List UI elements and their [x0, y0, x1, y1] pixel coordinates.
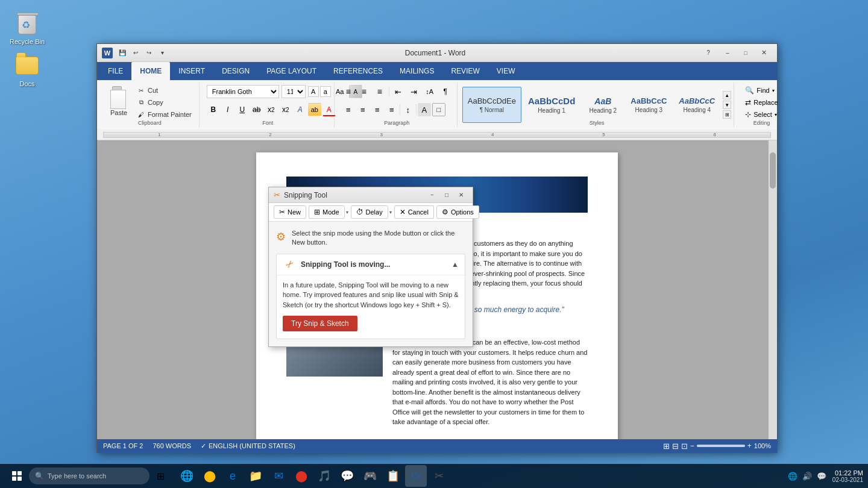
view-mode-icon1[interactable]: ⊞ — [663, 442, 670, 451]
docs-folder-icon[interactable]: Docs — [6, 51, 48, 90]
cut-button[interactable]: ✂ Cut — [134, 85, 194, 96]
highlight-button[interactable]: ab — [308, 103, 321, 116]
tab-mailings[interactable]: MAILINGS — [391, 62, 442, 80]
zoom-slider-track[interactable] — [697, 445, 745, 447]
view-mode-icon2[interactable]: ⊟ — [672, 442, 679, 451]
taskview-button[interactable]: ⊞ — [149, 465, 171, 487]
decrease-indent-button[interactable]: ⇤ — [392, 85, 405, 98]
volume-icon[interactable]: 🔊 — [802, 472, 812, 481]
increase-font-button[interactable]: A — [308, 86, 319, 97]
delay-dropdown-arrow[interactable]: ▾ — [389, 210, 392, 215]
save-button[interactable]: 💾 — [118, 48, 127, 58]
bold-button[interactable]: B — [207, 103, 220, 116]
styles-scroll-down[interactable]: ▼ — [723, 101, 731, 109]
shading-button[interactable]: A — [418, 103, 431, 116]
action-center-icon[interactable]: 💬 — [817, 472, 826, 481]
style-heading2[interactable]: AaB Heading 2 — [582, 87, 624, 123]
style-normal[interactable]: AaBbCcDdEe ¶ Normal — [462, 87, 521, 123]
tab-page-layout[interactable]: PAGE LAYOUT — [258, 62, 325, 80]
taskbar-scissors-icon[interactable]: ✂ — [428, 465, 450, 487]
redo-button[interactable]: ↪ — [144, 48, 154, 58]
style-heading4[interactable]: AaBbCcC Heading 4 — [673, 87, 720, 123]
style-heading3[interactable]: AaBbCcC Heading 3 — [625, 87, 672, 123]
taskbar-red-icon[interactable]: ⬤ — [291, 465, 312, 487]
snipping-new-button[interactable]: ✂ New — [274, 205, 306, 219]
underline-button[interactable]: U — [236, 103, 249, 116]
font-color-button[interactable]: A — [322, 103, 336, 116]
tab-design[interactable]: DESIGN — [213, 62, 258, 80]
multilevel-list-button[interactable]: ≡ — [373, 85, 386, 98]
close-button[interactable]: ✕ — [755, 46, 772, 60]
sort-button[interactable]: ↕A — [423, 85, 436, 98]
taskbar-chrome-icon[interactable]: ⬤ — [199, 465, 221, 487]
taskbar-edge-icon[interactable]: 🌐 — [176, 465, 198, 487]
vertical-scrollbar[interactable] — [769, 140, 777, 439]
zoom-in-button[interactable]: + — [747, 442, 752, 450]
tab-references[interactable]: REFERENCES — [325, 62, 391, 80]
taskbar-music-icon[interactable]: 🎵 — [313, 465, 335, 487]
snipping-options-button[interactable]: ⚙ Options — [436, 205, 479, 219]
style-heading1[interactable]: AaBbCcDd Heading 1 — [523, 87, 580, 123]
subscript-button[interactable]: x2 — [265, 103, 278, 116]
taskbar-mail-icon[interactable]: ✉ — [268, 465, 289, 487]
tab-file[interactable]: FILE — [99, 62, 131, 80]
try-snip-sketch-button[interactable]: Try Snip & Sketch — [283, 316, 357, 331]
font-size-select[interactable]: 11 — [281, 85, 306, 98]
zoom-out-button[interactable]: − — [690, 442, 694, 450]
tab-review[interactable]: REVIEW — [442, 62, 488, 80]
tab-view[interactable]: VIEW — [488, 62, 524, 80]
tab-home[interactable]: HOME — [131, 62, 170, 80]
increase-indent-button[interactable]: ⇥ — [407, 85, 421, 98]
undo-button[interactable]: ↩ — [131, 48, 140, 58]
styles-scroll-up[interactable]: ▲ — [723, 91, 731, 99]
numbering-button[interactable]: ≡ — [357, 85, 371, 98]
justify-button[interactable]: ≡ — [385, 103, 398, 116]
taskbar-game-icon[interactable]: 🎮 — [359, 465, 381, 487]
superscript-button[interactable]: x2 — [279, 103, 292, 116]
taskbar-edge2-icon[interactable]: e — [222, 465, 244, 487]
styles-expand[interactable]: ⊞ — [723, 110, 731, 119]
font-name-select[interactable]: Franklin Goth — [207, 85, 279, 98]
copy-button[interactable]: ⧉ Copy — [134, 97, 194, 108]
network-icon[interactable]: 🌐 — [788, 472, 797, 481]
show-formatting-button[interactable]: ¶ — [439, 85, 452, 98]
minimize-button[interactable]: − — [719, 46, 736, 60]
customize-qa-button[interactable]: ▾ — [157, 48, 167, 58]
taskbar-search[interactable]: 🔍 Type here to search — [29, 468, 149, 484]
snipping-close-button[interactable]: ✕ — [454, 190, 468, 200]
decrease-font-button[interactable]: a — [320, 86, 331, 97]
taskbar-explorer-icon[interactable]: 📁 — [245, 465, 266, 487]
paste-button[interactable]: Paste — [105, 85, 132, 117]
strikethrough-button[interactable]: ab — [250, 103, 263, 116]
select-button[interactable]: ⊹ Select ▾ — [741, 109, 781, 120]
snipping-delay-button[interactable]: ⏱ Delay — [351, 205, 388, 219]
find-button[interactable]: 🔍 Find ▾ — [741, 85, 778, 96]
line-spacing-button[interactable]: ↕ — [401, 103, 415, 116]
snipping-maximize-button[interactable]: □ — [440, 190, 453, 200]
align-right-button[interactable]: ≡ — [371, 103, 384, 116]
snipping-collapse-button[interactable]: ▲ — [451, 260, 459, 269]
taskbar-app2-icon[interactable]: 📋 — [382, 465, 404, 487]
recycle-bin-icon[interactable]: ♻ Recycle Bin — [6, 9, 48, 48]
view-mode-icon3[interactable]: ⊡ — [681, 442, 688, 451]
system-clock[interactable]: 01:22 PM 02-03-2021 — [832, 469, 863, 483]
snipping-cancel-button[interactable]: ✕ Cancel — [394, 205, 434, 219]
snipping-mode-button[interactable]: ⊞ Mode — [309, 205, 345, 219]
maximize-button[interactable]: □ — [737, 46, 754, 60]
word-options-button[interactable]: ? — [703, 48, 713, 58]
bullets-button[interactable]: ≡ — [342, 85, 355, 98]
tab-insert[interactable]: INSERT — [170, 62, 213, 80]
taskbar-word-icon[interactable]: W — [405, 465, 427, 487]
replace-button[interactable]: ⇄ Replace — [741, 97, 781, 108]
mode-dropdown-arrow[interactable]: ▾ — [346, 210, 348, 215]
text-effects-button[interactable]: A — [294, 103, 307, 116]
scrollbar-thumb[interactable] — [770, 152, 776, 189]
align-left-button[interactable]: ≡ — [342, 103, 355, 116]
taskbar-chat-icon[interactable]: 💬 — [336, 465, 358, 487]
align-center-button[interactable]: ≡ — [356, 103, 370, 116]
italic-button[interactable]: I — [221, 103, 234, 116]
start-button[interactable] — [5, 464, 29, 488]
snipping-minimize-button[interactable]: − — [426, 190, 439, 200]
format-painter-button[interactable]: 🖌 Format Painter — [134, 109, 194, 120]
border-button[interactable]: □ — [432, 103, 445, 116]
